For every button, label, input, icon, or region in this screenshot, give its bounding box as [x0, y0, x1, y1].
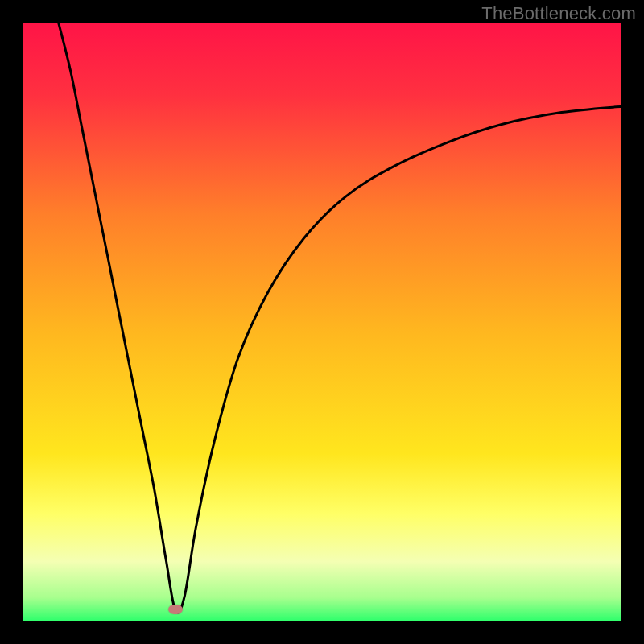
watermark-text: TheBottleneck.com [481, 3, 636, 24]
curve-svg [23, 23, 621, 621]
bottleneck-chart: TheBottleneck.com [0, 0, 644, 644]
minimum-marker-icon [168, 605, 183, 614]
plot-area [23, 23, 621, 621]
bottleneck-curve-path [59, 23, 621, 613]
